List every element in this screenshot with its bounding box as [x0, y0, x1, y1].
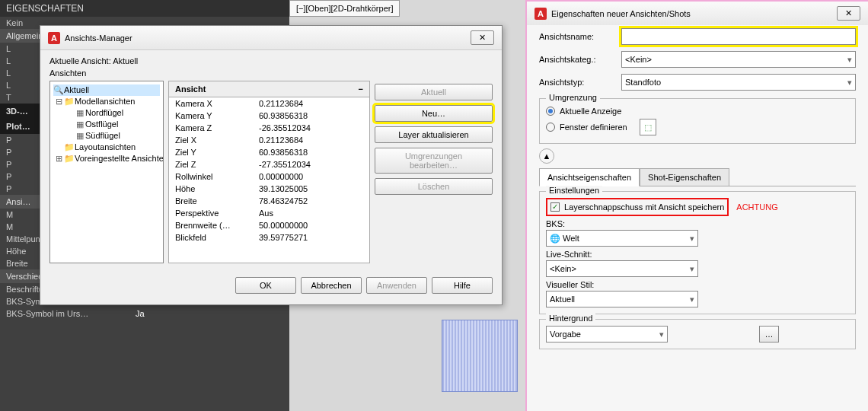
edit-boundaries-button[interactable]: Umgrenzungen bearbeiten…: [375, 148, 493, 174]
chevron-down-icon: ▾: [690, 234, 694, 244]
propgrid-key: Höhe: [175, 184, 259, 193]
radio-define-window[interactable]: [546, 123, 555, 132]
view-manager-dialog: A Ansichts-Manager ✕ Aktuelle Ansicht: A…: [40, 25, 503, 305]
new-view-dialog: A Eigenschaften neuer Ansichten/Shots ✕ …: [525, 0, 868, 411]
tab-view-properties[interactable]: Ansichtseigenschaften: [539, 168, 640, 186]
minus-box-icon[interactable]: ⊟: [53, 97, 64, 107]
help-button[interactable]: Hilfe: [432, 277, 493, 294]
bks-select[interactable]: 🌐 Welt▾: [546, 230, 698, 247]
propgrid-key: Blickfeld: [175, 233, 259, 242]
propgrid-key: Brennweite (…: [175, 221, 259, 230]
propgrid-value: 39.13025005: [259, 184, 308, 193]
live-section-select[interactable]: <Kein>▾: [546, 260, 698, 277]
properties-title: EIGENSCHAFTEN: [0, 0, 289, 17]
close-button[interactable]: ✕: [471, 30, 494, 45]
propgrid-row[interactable]: Kamera X0.21123684: [169, 97, 369, 110]
propgrid-header: Ansicht: [175, 84, 206, 94]
propgrid-value: Aus: [259, 209, 273, 218]
update-layers-button[interactable]: Layer aktualisieren: [375, 126, 493, 143]
live-section-label: Live-Schnitt:: [546, 247, 849, 260]
chevron-down-icon: ▾: [690, 264, 694, 274]
checkbox-layer-snapshot-label: Layerschnappschuss mit Ansicht speichern: [564, 202, 724, 212]
propgrid-row[interactable]: Rollwinkel0.00000000: [169, 170, 369, 183]
tree-item-suedfluegel[interactable]: ▦Südflügel: [53, 130, 160, 142]
propgrid-key: Ziel Y: [175, 148, 259, 157]
propgrid-row[interactable]: Kamera Y60.93856318: [169, 110, 369, 122]
visual-style-label: Visueller Stil:: [546, 277, 849, 291]
current-view-label: Aktuelle Ansicht: Aktuell: [49, 56, 493, 65]
collapse-icon[interactable]: −: [359, 84, 363, 94]
radio-define-window-label: Fenster definieren: [560, 123, 627, 132]
tree-model-views[interactable]: ⊟📁Modellansichten: [53, 96, 160, 107]
folder-icon: 📁: [64, 97, 75, 107]
define-window-button[interactable]: ⬚: [640, 119, 656, 135]
propgrid-key: Rollwinkel: [175, 172, 259, 181]
new-view-button[interactable]: Neu…: [375, 105, 493, 122]
view-category-select[interactable]: <Kein>▾: [621, 51, 856, 68]
apply-button[interactable]: Anwenden: [366, 277, 427, 294]
warning-label: ACHTUNG: [736, 202, 777, 212]
propgrid-value: -26.35512034: [259, 123, 311, 132]
propgrid-row[interactable]: Kamera Z-26.35512034: [169, 122, 369, 134]
chevron-down-icon: ▾: [659, 330, 664, 339]
propgrid-row[interactable]: PerspektiveAus: [169, 207, 369, 219]
tree-item-ostfluegel[interactable]: ▦Ostflügel: [53, 119, 160, 130]
sheet-icon: ▦: [75, 119, 85, 129]
property-grid: Ansicht− Kamera X0.21123684Kamera Y60.93…: [168, 81, 370, 263]
sheet-icon: ▦: [75, 108, 85, 118]
tree-preset-views[interactable]: ⊞📁Voreingestellte Ansichten: [53, 153, 160, 164]
visual-style-select[interactable]: Aktuell▾: [546, 291, 698, 307]
propgrid-value: 78.46324752: [259, 196, 308, 206]
radio-current-display-label: Aktuelle Anzeige: [560, 107, 621, 116]
propgrid-value: 0.21123684: [259, 99, 303, 108]
close-button[interactable]: ✕: [837, 6, 860, 21]
plus-box-icon[interactable]: ⊞: [53, 154, 64, 164]
propgrid-key: Ziel X: [175, 135, 259, 145]
tab-shot-properties[interactable]: Shot-Eigenschaften: [640, 168, 729, 186]
chevron-down-icon: ▾: [847, 55, 852, 65]
propgrid-key: Kamera Z: [175, 123, 259, 132]
propgrid-row[interactable]: Höhe39.13025005: [169, 183, 369, 195]
propgrid-row[interactable]: Ziel Y60.93856318: [169, 146, 369, 158]
bks-label: BKS:: [546, 216, 849, 230]
magnifier-icon: 🔍: [53, 85, 64, 95]
tree-layout-views[interactable]: 📁Layoutansichten: [53, 142, 160, 153]
tree-item-nordfluegel[interactable]: ▦Nordflügel: [53, 107, 160, 119]
boundary-fieldset: Umgrenzung Aktuelle Anzeige Fenster defi…: [539, 98, 856, 144]
view-category-label: Ansichtskateg.:: [539, 55, 615, 64]
propgrid-row[interactable]: Brennweite (…50.00000000: [169, 219, 369, 231]
view-name-label: Ansichtsname:: [539, 32, 615, 41]
propgrid-row[interactable]: Breite78.46324752: [169, 195, 369, 207]
folder-icon: 📁: [64, 154, 75, 164]
chevron-down-icon: ▾: [847, 78, 852, 88]
checkbox-layer-snapshot[interactable]: [550, 202, 560, 212]
folder-icon: 📁: [64, 142, 75, 152]
collapse-toggle[interactable]: ▲: [539, 148, 554, 164]
sheet-icon: ▦: [75, 131, 85, 141]
background-more-button[interactable]: …: [759, 326, 779, 342]
propgrid-key: Kamera X: [175, 99, 259, 108]
propgrid-value: 60.93856318: [259, 148, 308, 157]
propgrid-row[interactable]: Blickfeld39.59775271: [169, 231, 369, 244]
radio-current-display[interactable]: [546, 107, 555, 116]
settings-legend: Einstellungen: [546, 186, 602, 195]
propgrid-key: Kamera Y: [175, 111, 259, 120]
propgrid-key: Perspektive: [175, 209, 259, 218]
views-label: Ansichten: [49, 68, 493, 78]
propgrid-key: Ziel Z: [175, 160, 259, 169]
view-type-label: Ansichtstyp:: [539, 78, 615, 87]
propgrid-row[interactable]: Ziel Z-27.35512034: [169, 158, 369, 170]
view-name-input[interactable]: [621, 28, 856, 45]
delete-button[interactable]: Löschen: [375, 178, 493, 195]
set-current-button[interactable]: Aktuell: [375, 84, 493, 100]
cancel-button[interactable]: Abbrechen: [301, 277, 362, 294]
propgrid-row[interactable]: Ziel X0.21123684: [169, 134, 369, 146]
chevron-down-icon: ▾: [690, 295, 694, 304]
views-tree[interactable]: 🔍Aktuell ⊟📁Modellansichten ▦Nordflügel ▦…: [49, 81, 164, 263]
propgrid-key: Breite: [175, 196, 259, 206]
view-type-select[interactable]: Standfoto▾: [621, 74, 856, 91]
tree-current[interactable]: 🔍Aktuell: [53, 84, 160, 96]
document-tab[interactable]: [−][Oben][2D-Drahtkörper]: [289, 0, 400, 17]
background-select[interactable]: Vorgabe▾: [546, 326, 668, 342]
ok-button[interactable]: OK: [235, 277, 296, 294]
